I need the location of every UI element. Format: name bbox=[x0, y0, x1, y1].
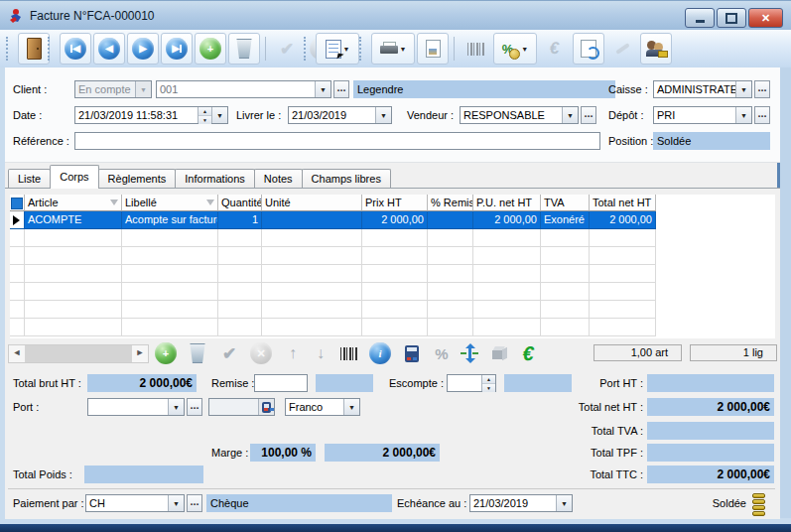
cell-article[interactable]: ACOMPTE bbox=[25, 211, 122, 229]
previous-record-button[interactable]: ◀ bbox=[93, 33, 125, 65]
customer-account-button[interactable] bbox=[640, 33, 672, 65]
client-name-field: Legendre bbox=[353, 80, 615, 98]
close-button[interactable]: ✕ bbox=[748, 8, 783, 28]
caisse-combo[interactable]: ADMINISTRATE▼ bbox=[653, 80, 752, 98]
cell-unite[interactable] bbox=[262, 211, 362, 229]
export-document-icon bbox=[426, 40, 441, 58]
lines-grid: Article Libellé Quantité Unité Prix HT %… bbox=[10, 195, 775, 338]
vendeur-label: Vendeur : bbox=[407, 106, 454, 124]
port-combo[interactable]: ▼ bbox=[87, 398, 185, 416]
grid-empty-row[interactable] bbox=[10, 229, 775, 247]
grid-barcode-button[interactable] bbox=[335, 341, 361, 365]
chevron-down-icon[interactable]: ▼ bbox=[735, 107, 751, 123]
reference-input[interactable] bbox=[74, 132, 600, 150]
chevron-down-icon[interactable]: ▼ bbox=[168, 495, 184, 511]
col-header-unite[interactable]: Unité bbox=[262, 195, 362, 211]
exit-button[interactable] bbox=[18, 33, 50, 65]
scrollbar-thumb[interactable] bbox=[26, 345, 131, 362]
select-all-checkbox[interactable] bbox=[11, 198, 23, 209]
chevron-down-icon[interactable]: ▼ bbox=[375, 107, 391, 123]
chevron-down-icon[interactable]: ▼ bbox=[168, 399, 184, 415]
col-header-tva[interactable]: TVA bbox=[541, 195, 590, 211]
print-button[interactable]: ▼ bbox=[371, 33, 415, 65]
col-header-remise[interactable]: % Remise bbox=[428, 195, 473, 211]
grid-price-button[interactable]: € bbox=[516, 341, 542, 365]
remise-input[interactable] bbox=[254, 374, 308, 392]
tab-liste[interactable]: Liste bbox=[8, 169, 51, 189]
grid-empty-row[interactable] bbox=[10, 265, 775, 283]
cell-pu-net-ht[interactable]: 2 000,00 bbox=[473, 211, 541, 229]
grid-info-button[interactable]: i bbox=[367, 341, 393, 365]
chevron-down-icon[interactable]: ▼ bbox=[211, 107, 227, 123]
col-header-quantite[interactable]: Quantité bbox=[218, 195, 262, 211]
col-header-pu-net-ht[interactable]: P.U. net HT bbox=[473, 195, 541, 211]
col-header-total-net-ht[interactable]: Total net HT bbox=[590, 195, 656, 211]
minimize-button[interactable] bbox=[685, 8, 715, 28]
escompte-input[interactable]: ▲▼ bbox=[447, 374, 496, 392]
cell-quantite[interactable]: 1 bbox=[218, 211, 262, 229]
cell-remise[interactable] bbox=[428, 211, 473, 229]
tab-informations[interactable]: Informations bbox=[175, 169, 255, 189]
regenerate-document-button[interactable] bbox=[573, 33, 604, 65]
maximize-button[interactable] bbox=[717, 8, 746, 28]
grid-empty-row[interactable] bbox=[10, 319, 775, 336]
grid-row-selected[interactable]: ACOMPTE Acompte sur facture 1 2 000,00 2… bbox=[10, 211, 775, 229]
grid-empty-row[interactable] bbox=[10, 301, 775, 319]
col-header-article[interactable]: Article bbox=[25, 195, 122, 211]
export-button[interactable] bbox=[417, 33, 449, 65]
echeance-combo[interactable]: 21/03/2019▼ bbox=[469, 494, 573, 512]
vendeur-browse-button[interactable]: ... bbox=[581, 106, 596, 124]
livrer-date-combo[interactable]: 21/03/2019▼ bbox=[288, 106, 392, 124]
trash-icon bbox=[189, 343, 206, 363]
cell-prix-ht[interactable]: 2 000,00 bbox=[362, 211, 428, 229]
delete-record-button[interactable] bbox=[228, 33, 260, 65]
cell-libelle[interactable]: Acompte sur facture bbox=[122, 211, 218, 229]
next-record-button[interactable]: ▶ bbox=[127, 33, 159, 65]
new-record-button[interactable]: + bbox=[195, 33, 226, 65]
scroll-left-icon[interactable]: ◄ bbox=[9, 345, 26, 362]
tab-champs-libres[interactable]: Champs libres bbox=[302, 169, 391, 189]
calculator-button[interactable] bbox=[258, 399, 274, 415]
discount-button[interactable]: % ▼ bbox=[493, 33, 537, 65]
grid-stock-button[interactable] bbox=[486, 341, 512, 365]
grid-empty-row[interactable] bbox=[10, 247, 775, 265]
select-all-cell[interactable] bbox=[10, 195, 25, 211]
caisse-browse-button[interactable]: ... bbox=[754, 80, 770, 98]
chevron-down-icon[interactable]: ▼ bbox=[556, 495, 572, 511]
chevron-down-icon[interactable]: ▼ bbox=[562, 107, 578, 123]
date-spinner[interactable]: ▲▼ bbox=[198, 107, 211, 123]
col-header-libelle[interactable]: Libellé bbox=[122, 195, 218, 211]
grid-calculator-button[interactable] bbox=[399, 341, 425, 365]
view-mode-button[interactable]: ▼ bbox=[316, 33, 359, 65]
paiement-combo[interactable]: CH▼ bbox=[85, 494, 185, 512]
tab-reglements[interactable]: Règlements bbox=[98, 169, 177, 189]
client-browse-button[interactable]: ... bbox=[333, 80, 349, 98]
cell-tva[interactable]: Exonéré bbox=[541, 211, 590, 229]
horizontal-scrollbar[interactable]: ◄ ► bbox=[8, 344, 149, 363]
port-ht-label: Port HT : bbox=[556, 374, 643, 392]
vendeur-combo[interactable]: RESPONSABLE▼ bbox=[460, 106, 579, 124]
last-record-button[interactable]: ▶ bbox=[161, 33, 193, 65]
tab-corps[interactable]: Corps bbox=[50, 165, 98, 189]
chevron-down-icon[interactable]: ▼ bbox=[315, 81, 330, 97]
cell-total-net-ht[interactable]: 2 000,00 bbox=[590, 211, 656, 229]
depot-browse-button[interactable]: ... bbox=[754, 106, 770, 124]
client-code-combo[interactable]: 001▼ bbox=[156, 80, 331, 98]
first-record-button[interactable]: ◀ bbox=[60, 33, 91, 65]
depot-combo[interactable]: PRI▼ bbox=[653, 106, 752, 124]
scroll-right-icon[interactable]: ► bbox=[131, 345, 148, 362]
grid-delete-line-button[interactable] bbox=[185, 341, 210, 365]
escompte-spinner[interactable]: ▲▼ bbox=[481, 375, 495, 391]
paiement-browse-button[interactable]: ... bbox=[187, 494, 202, 512]
chevron-down-icon[interactable]: ▼ bbox=[343, 399, 359, 415]
chevron-down-icon[interactable]: ▼ bbox=[735, 81, 751, 97]
franco-combo[interactable]: Franco▼ bbox=[285, 398, 360, 416]
grid-empty-row[interactable] bbox=[10, 283, 775, 301]
tab-notes[interactable]: Notes bbox=[254, 169, 303, 189]
grid-reorder-button[interactable] bbox=[457, 341, 482, 365]
users-icon bbox=[646, 41, 666, 57]
grid-add-line-button[interactable]: + bbox=[153, 341, 179, 365]
col-header-prix-ht[interactable]: Prix HT bbox=[362, 195, 428, 211]
date-field[interactable]: 21/03/2019 11:58:31 ▲▼ ▼ bbox=[74, 106, 228, 124]
port-browse-button[interactable]: ... bbox=[187, 398, 202, 416]
